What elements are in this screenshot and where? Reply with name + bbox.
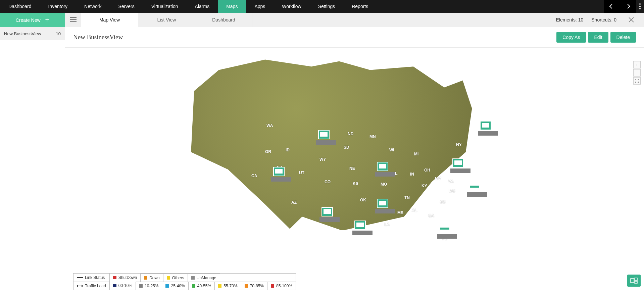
map-node[interactable] bbox=[478, 121, 493, 134]
sidebar-item-businessview[interactable]: New BusinessView 10 bbox=[0, 27, 65, 40]
state-label: MV bbox=[435, 176, 441, 181]
zoom-in-button[interactable]: + bbox=[633, 61, 641, 68]
state-label: KS bbox=[353, 181, 358, 186]
state-label: NE bbox=[349, 166, 355, 171]
zoom-out-button[interactable]: − bbox=[633, 69, 641, 77]
color-swatch bbox=[271, 284, 274, 288]
state-label: CA bbox=[251, 174, 257, 178]
node-label bbox=[316, 140, 336, 145]
create-new-button[interactable]: Create New + bbox=[0, 13, 65, 27]
node-label bbox=[450, 168, 470, 173]
state-label: CO bbox=[325, 180, 331, 184]
top-nav: Dashboard Inventory Network Servers Virt… bbox=[0, 0, 644, 13]
fullscreen-icon bbox=[635, 79, 639, 83]
nav-virtualization[interactable]: Virtualization bbox=[143, 0, 187, 13]
nav-network[interactable]: Network bbox=[76, 0, 110, 13]
color-swatch bbox=[192, 284, 195, 288]
state-label: OR bbox=[265, 149, 271, 154]
node-label bbox=[478, 131, 498, 136]
state-label: KY bbox=[422, 184, 427, 188]
state-label: SD bbox=[344, 145, 349, 150]
map-legend: Link Status Traffic Load ShutDownDownOth… bbox=[73, 273, 296, 290]
nav-reports[interactable]: Reports bbox=[343, 0, 377, 13]
state-label: SC bbox=[440, 200, 446, 204]
state-label: UT bbox=[299, 171, 304, 175]
map-panel-toggle-button[interactable] bbox=[627, 275, 641, 287]
map-node[interactable] bbox=[375, 162, 390, 175]
legend-traffic-load: Traffic Load bbox=[73, 282, 109, 290]
state-label: WA bbox=[266, 123, 273, 128]
chevron-left-icon bbox=[609, 4, 614, 9]
node-label bbox=[319, 217, 340, 222]
hamburger-button[interactable] bbox=[65, 13, 81, 27]
fullscreen-button[interactable] bbox=[633, 77, 641, 85]
color-swatch bbox=[113, 284, 116, 287]
color-swatch bbox=[245, 284, 248, 288]
nav-maps[interactable]: Maps bbox=[218, 0, 246, 13]
node-label bbox=[375, 209, 395, 213]
map-connections bbox=[65, 48, 166, 98]
nav-apps[interactable]: Apps bbox=[246, 0, 274, 13]
svg-rect-17 bbox=[631, 279, 634, 283]
map-node[interactable] bbox=[450, 158, 465, 172]
map-node[interactable] bbox=[319, 207, 334, 221]
tab-list-view[interactable]: List View bbox=[138, 13, 195, 27]
legend-load-item: 40-55% bbox=[188, 282, 214, 290]
state-label: ID bbox=[286, 148, 290, 152]
delete-button[interactable]: Delete bbox=[610, 32, 636, 43]
map-node[interactable] bbox=[437, 224, 452, 237]
sidebar: Create New + New BusinessView 10 bbox=[0, 13, 65, 290]
tab-dashboard[interactable]: Dashboard bbox=[195, 13, 252, 27]
map-node[interactable] bbox=[316, 130, 331, 143]
sidebar-item-label: New BusinessView bbox=[4, 31, 41, 36]
elements-count: Elements: 10 bbox=[556, 17, 584, 22]
nav-prev-button[interactable] bbox=[604, 0, 620, 13]
nav-dashboard[interactable]: Dashboard bbox=[0, 0, 40, 13]
state-label: WY bbox=[319, 157, 326, 162]
close-icon bbox=[628, 16, 635, 23]
color-swatch bbox=[144, 276, 147, 280]
color-swatch bbox=[218, 284, 221, 288]
nav-alarms[interactable]: Alarms bbox=[187, 0, 218, 13]
chevron-right-icon bbox=[626, 4, 630, 9]
copy-as-button[interactable]: Copy As bbox=[556, 32, 586, 43]
edit-button[interactable]: Edit bbox=[588, 32, 608, 43]
color-swatch bbox=[165, 284, 169, 288]
legend-status-item: UnManage bbox=[188, 274, 220, 282]
close-button[interactable] bbox=[625, 16, 638, 23]
legend-status-item: Others bbox=[163, 274, 188, 282]
nav-settings[interactable]: Settings bbox=[310, 0, 344, 13]
panels-icon bbox=[630, 278, 638, 284]
state-label: AL bbox=[412, 208, 417, 213]
map-node[interactable] bbox=[375, 199, 390, 212]
double-arrow-icon bbox=[77, 285, 83, 287]
state-label: ND bbox=[348, 132, 353, 136]
legend-link-status: Link Status bbox=[73, 274, 109, 282]
nav-menu-button[interactable] bbox=[636, 0, 644, 13]
state-label: MI bbox=[414, 152, 418, 156]
nav-next-button[interactable] bbox=[620, 0, 636, 13]
state-label: MC bbox=[449, 189, 455, 193]
map-node[interactable] bbox=[352, 221, 367, 234]
state-label: OK bbox=[360, 198, 366, 202]
color-swatch bbox=[191, 276, 195, 280]
plus-icon: + bbox=[45, 16, 49, 24]
nav-servers[interactable]: Servers bbox=[110, 0, 143, 13]
state-label: MS bbox=[397, 210, 403, 215]
state-label: LA bbox=[384, 222, 390, 227]
state-label: OH bbox=[424, 168, 430, 173]
tab-map-view[interactable]: Map View bbox=[81, 13, 138, 27]
state-label: WI bbox=[389, 148, 394, 152]
map-node[interactable] bbox=[271, 167, 286, 180]
nav-inventory[interactable]: Inventory bbox=[40, 0, 76, 13]
legend-status-item: Down bbox=[140, 274, 163, 282]
color-swatch bbox=[113, 276, 116, 279]
legend-load-item: 25-40% bbox=[162, 282, 188, 290]
shortcuts-count: Shortcuts: 0 bbox=[591, 17, 616, 22]
map-canvas[interactable]: + − bbox=[65, 48, 644, 290]
map-node[interactable] bbox=[467, 182, 482, 195]
node-label bbox=[375, 172, 395, 177]
svg-rect-19 bbox=[635, 281, 637, 283]
node-label bbox=[467, 192, 487, 197]
nav-workflow[interactable]: Workflow bbox=[274, 0, 309, 13]
